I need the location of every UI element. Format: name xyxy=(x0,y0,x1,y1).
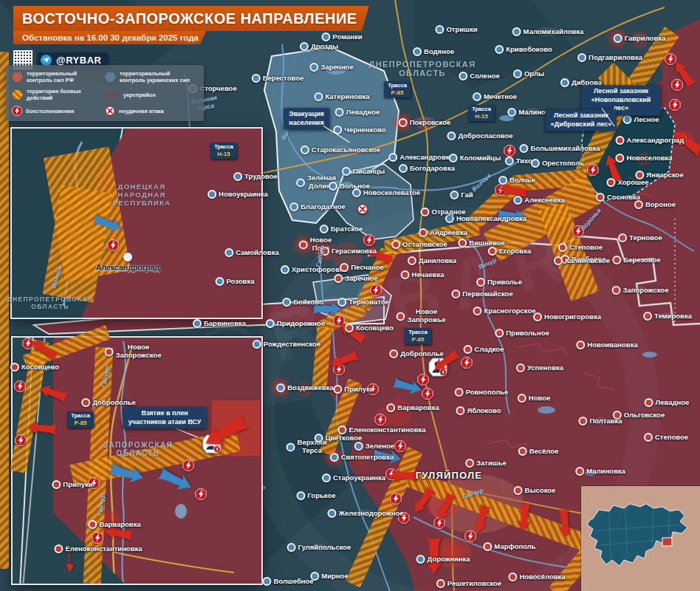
inset2-assault-patch xyxy=(212,400,260,456)
map-canvas[interactable]: @RYBAR ГригоровкаРоманкиДроздыЗа xyxy=(0,0,700,591)
legend-label: территория боевых действий xyxy=(27,88,102,101)
failed-attack-icon xyxy=(105,106,115,116)
legend-item-clashes: боестолкновения xyxy=(12,106,102,116)
ukraine-minimap xyxy=(581,486,700,591)
inset-map-alexandrograd xyxy=(10,127,263,319)
legend-item-rf-control: территориальный контроль сил РФ xyxy=(12,70,102,83)
header: ВОСТОЧНО-ЗАПОРОЖСКОЕ НАПРАВЛЕНИЕ Обстано… xyxy=(13,6,369,69)
rf-control-icon xyxy=(12,72,23,82)
inset-map-zaporozhye xyxy=(11,336,263,585)
page-title: ВОСТОЧНО-ЗАПОРОЖСКОЕ НАПРАВЛЕНИЕ xyxy=(13,6,369,31)
legend-label: укрепрайон xyxy=(123,92,156,98)
fortified-line-icon xyxy=(105,94,120,95)
clash-icon xyxy=(12,106,22,116)
page-subtitle: Обстановка на 16.00 30 декабря 2025 года xyxy=(13,31,206,44)
legend-label: боестолкновения xyxy=(26,108,74,115)
legend-item-fortified-line: укрепрайон xyxy=(105,88,192,101)
legend-label: неудачная атака xyxy=(119,108,164,115)
legend-item-ua-control: территориальный контроль украинских сил xyxy=(105,70,192,83)
combat-zone-icon xyxy=(12,90,23,100)
legend-item-combat-zone: территория боевых действий xyxy=(12,88,102,101)
ukraine-shape xyxy=(581,486,700,591)
brand-handle: @RYBAR xyxy=(56,55,101,66)
legend-label: территориальный контроль украинских сил xyxy=(120,70,192,83)
legend-panel: территориальный контроль сил РФ территор… xyxy=(6,65,204,121)
legend-label: территориальный контроль сил РФ xyxy=(27,70,102,83)
ua-control-icon xyxy=(105,72,116,82)
legend-item-failed-attack: неудачная атака xyxy=(105,106,192,116)
telegram-icon xyxy=(41,55,52,66)
